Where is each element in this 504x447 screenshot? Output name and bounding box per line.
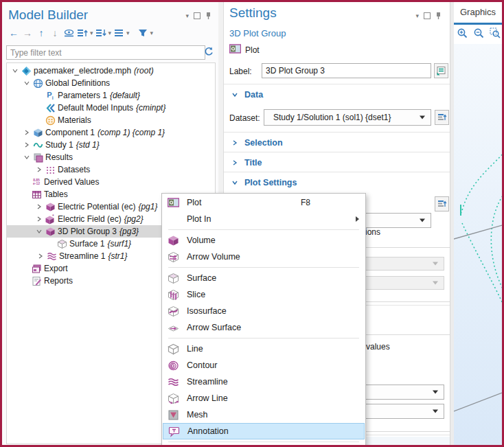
menu-item-arrow-line[interactable]: Arrow Line bbox=[162, 390, 365, 406]
graphics-tab[interactable]: Graphics bbox=[454, 7, 502, 17]
menu-item-slice[interactable]: Slice bbox=[162, 286, 365, 303]
pin-icon[interactable] bbox=[435, 12, 442, 20]
chevron-expanded-icon[interactable] bbox=[10, 68, 21, 73]
settings-corner-icons: ▾ bbox=[415, 12, 442, 20]
tree-item-study[interactable]: Study 1 {std 1} bbox=[7, 139, 215, 151]
tree-item-label: Tables bbox=[44, 190, 68, 199]
go-to-source-button[interactable] bbox=[435, 196, 449, 211]
filter-caret-icon[interactable]: ▾ bbox=[150, 30, 154, 36]
menu-item-streamline[interactable]: Streamline bbox=[162, 374, 365, 390]
menu-item-mesh[interactable]: Mesh bbox=[162, 406, 365, 423]
chevron-collapsed-icon[interactable] bbox=[21, 130, 32, 135]
chevron-expanded-icon[interactable] bbox=[21, 80, 32, 86]
go-to-source-button[interactable] bbox=[435, 110, 449, 125]
tree-item-label: Global Definitions bbox=[45, 78, 110, 88]
section-title[interactable]: Title bbox=[229, 158, 262, 168]
model-tree-node-text-icon[interactable] bbox=[113, 27, 125, 39]
section-data[interactable]: Data bbox=[229, 90, 263, 100]
tree-item-datasets[interactable]: Datasets bbox=[7, 163, 215, 176]
tree-item-root[interactable]: pacemaker_electrode.mph (root) bbox=[7, 65, 215, 77]
section-label: Selection bbox=[244, 138, 283, 148]
label-input[interactable] bbox=[262, 63, 431, 78]
zoom-out-icon[interactable] bbox=[473, 27, 485, 39]
refresh-icon[interactable] bbox=[203, 46, 214, 59]
tree-item-results[interactable]: Results bbox=[7, 151, 215, 163]
section-selection[interactable]: Selection bbox=[229, 138, 283, 148]
tree-item-label: 3D Plot Group 3 bbox=[58, 227, 117, 236]
tree-item-global-definitions[interactable]: Global Definitions bbox=[7, 77, 215, 89]
chevron-expanded-icon[interactable] bbox=[21, 154, 32, 160]
tree-item-label: Streamline 1 bbox=[59, 251, 105, 261]
dataset-dropdown[interactable]: Study 1/Solution 1 (sol1) {dset1} bbox=[264, 109, 431, 126]
reports-icon bbox=[31, 275, 42, 286]
menu-item-line[interactable]: Line bbox=[162, 341, 365, 357]
datasets-icon bbox=[45, 164, 56, 175]
collapse-all-caret-icon[interactable]: ▾ bbox=[108, 30, 112, 36]
dropdown-arrow-icon bbox=[420, 219, 425, 222]
menu-item-arrow-volume[interactable]: Arrow Volume bbox=[162, 249, 365, 265]
menu-shortcut: F8 bbox=[301, 198, 310, 207]
menu-separator bbox=[168, 442, 359, 442]
chevron-collapsed-icon[interactable] bbox=[34, 204, 45, 209]
tree-item-parameters[interactable]: Pi Parameters 1 {default} bbox=[7, 89, 215, 102]
zoom-in-icon[interactable] bbox=[457, 27, 468, 39]
menu-item-label: Arrow Surface bbox=[187, 323, 241, 332]
graphics-canvas[interactable] bbox=[454, 44, 502, 445]
menu-item-plot-in[interactable]: Plot In bbox=[162, 211, 365, 227]
move-down-icon[interactable]: ↓ bbox=[49, 27, 61, 39]
section-separator bbox=[224, 132, 450, 133]
materials-icon bbox=[45, 115, 56, 126]
show-icon[interactable] bbox=[62, 27, 75, 39]
tree-item-tag: {pg1} bbox=[138, 202, 157, 211]
menu-item-plot[interactable]: Plot F8 bbox=[162, 194, 365, 211]
float-window-icon[interactable] bbox=[424, 12, 431, 19]
expand-all-caret-icon[interactable]: ▾ bbox=[90, 30, 93, 36]
move-up-icon[interactable]: ↑ bbox=[35, 27, 47, 39]
menu-item-label: Volume bbox=[187, 236, 216, 245]
study-icon bbox=[32, 139, 43, 150]
menu-item-label: Streamline bbox=[187, 377, 228, 387]
tree-item-component[interactable]: Component 1 (comp 1) {comp 1} bbox=[7, 126, 215, 139]
tree-item-default-model-inputs[interactable]: Default Model Inputs {cminpt} bbox=[7, 102, 215, 114]
pin-icon[interactable] bbox=[205, 12, 211, 20]
clipped-checkbox-label: ions bbox=[365, 227, 380, 237]
menu-item-surface[interactable]: Surface bbox=[162, 270, 365, 286]
float-window-icon[interactable] bbox=[194, 12, 201, 19]
tree-item-tag: {std 1} bbox=[76, 140, 100, 150]
tree-item-materials[interactable]: Materials bbox=[7, 114, 215, 126]
contour-icon bbox=[168, 360, 179, 371]
model-tree-caret-icon[interactable]: ▾ bbox=[126, 30, 130, 36]
section-plot-settings[interactable]: Plot Settings bbox=[229, 178, 297, 187]
collapse-all-icon[interactable] bbox=[95, 27, 107, 39]
geometry-edge-line bbox=[454, 393, 502, 411]
dropdown-caret-icon[interactable]: ▾ bbox=[185, 13, 189, 19]
plot-button[interactable]: Plot bbox=[229, 44, 260, 56]
zoom-extents-icon[interactable] bbox=[490, 27, 501, 39]
dropdown-caret-icon[interactable]: ▾ bbox=[415, 13, 419, 19]
menu-item-volume[interactable]: Volume bbox=[162, 232, 365, 249]
tree-item-derived-values[interactable]: 8.85e-12 Derived Values bbox=[7, 176, 215, 188]
dataset-value: Study 1/Solution 1 (sol1) {dset1} bbox=[264, 113, 391, 122]
chevron-collapsed-icon[interactable] bbox=[34, 167, 45, 172]
expand-all-icon[interactable] bbox=[76, 27, 89, 39]
no-icon bbox=[168, 214, 179, 225]
forward-icon[interactable]: → bbox=[21, 27, 34, 39]
tree-item-label: pacemaker_electrode.mph bbox=[34, 66, 131, 76]
back-icon[interactable]: ← bbox=[8, 27, 20, 39]
chevron-collapsed-icon[interactable] bbox=[34, 216, 45, 222]
chevron-expanded-icon[interactable] bbox=[34, 229, 45, 234]
menu-item-arrow-surface[interactable]: Arrow Surface bbox=[162, 319, 365, 336]
section-label: Title bbox=[244, 158, 262, 168]
dropdown-arrow-icon bbox=[420, 116, 425, 119]
filter-input[interactable] bbox=[6, 45, 205, 60]
menu-item-contour[interactable]: Contour bbox=[162, 357, 365, 374]
chevron-collapsed-icon[interactable] bbox=[21, 142, 32, 148]
menu-item-more-volume-plots[interactable]: More Volume Plots bbox=[162, 444, 365, 447]
menu-item-isosurface[interactable]: Isosurface bbox=[162, 303, 365, 319]
chevron-collapsed-icon[interactable] bbox=[35, 253, 46, 259]
plot-group-cube-icon bbox=[45, 226, 56, 237]
filter-funnel-icon[interactable] bbox=[137, 27, 149, 39]
rename-button[interactable] bbox=[434, 63, 448, 78]
streamline-curve bbox=[491, 193, 502, 291]
menu-item-annotation[interactable]: Annotation bbox=[163, 423, 365, 439]
